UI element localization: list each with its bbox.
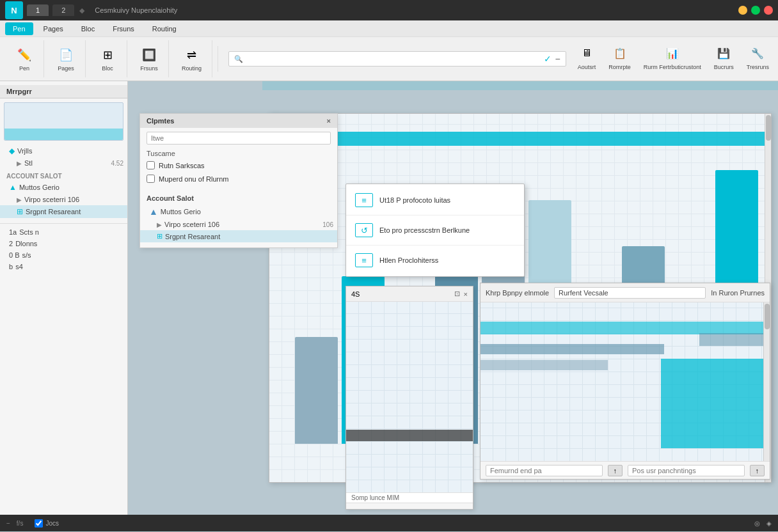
- status-checkbox[interactable]: [35, 519, 43, 528]
- tree-item-1[interactable]: ◆ Vrjlls: [0, 145, 127, 157]
- tool-pen[interactable]: ✏️ Pen: [10, 43, 38, 74]
- ribbon: Pen Pages Bloc Frsuns Routing ✏️ Pen 📄 P…: [0, 20, 778, 81]
- triangle-icon: ▲: [9, 183, 17, 192]
- checkbox-muperd-input[interactable]: [147, 175, 155, 183]
- toolbar-input[interactable]: Rurfent Vecsale: [554, 287, 706, 299]
- overlay-item-1[interactable]: ▲ Muttos Gerio: [140, 205, 337, 219]
- tree-item-virpo[interactable]: ▶ Virpo sceterri 106: [0, 194, 127, 205]
- tab-pages[interactable]: Pages: [36, 22, 71, 35]
- detail-toolbar-item-0: Khrp Bpnpy elnmole: [486, 289, 549, 297]
- arrow-1: ▶: [17, 160, 22, 167]
- ribbon-right-buttons: 🖥 Aoutsrt 📋 Romrpte 📊 Rurm Fertrbuticrus…: [574, 45, 773, 72]
- bottom-num-3: 0 B: [9, 251, 20, 259]
- tree-item-2[interactable]: ▶ Stl 4.52: [0, 157, 127, 169]
- status-checkbox-area[interactable]: Jocs: [35, 519, 59, 528]
- triangle-blue-icon: ▲: [149, 207, 158, 217]
- bottom-section: 1a Scts n 2 Dlonns 0 B s/s b s4: [0, 223, 127, 272]
- muttos-label: Muttos Gerio: [19, 184, 60, 191]
- tree-item-srgpnt[interactable]: ⊞ Srgpnt Resareant: [0, 205, 127, 218]
- detail-scrollbar[interactable]: [763, 302, 770, 461]
- icon-menu-item-0[interactable]: ≡ Ut18 P profocoto luitas: [346, 188, 524, 212]
- scrollbar-thumb[interactable]: [766, 115, 771, 141]
- icon-menu-item-2[interactable]: ≡ Htlen Proclohiterss: [346, 248, 524, 272]
- ribbon-group-bloc: ⊞ Bloc: [88, 40, 127, 77]
- frsuns-label: Frsuns: [140, 65, 158, 72]
- close-button[interactable]: [764, 6, 773, 15]
- mini-canvas: [4, 102, 123, 141]
- menu-icon-1: ↺: [355, 223, 373, 237]
- footer-input-2[interactable]: [628, 465, 745, 476]
- tab-bloc[interactable]: Bloc: [74, 22, 102, 35]
- overlay-close-icon[interactable]: ×: [327, 117, 331, 125]
- search-icon: 🔍: [234, 55, 243, 63]
- pages-label: Pages: [58, 65, 74, 72]
- footer-btn-2[interactable]: ↑: [750, 465, 765, 476]
- virpo-label: Virpo sceterri 106: [24, 196, 79, 203]
- bloc-label: Bloc: [102, 65, 113, 72]
- btn-aoutsrt[interactable]: 🖥 Aoutsrt: [574, 45, 600, 72]
- btn-rurm[interactable]: 📊 Rurm Fertrbuticrustont: [640, 45, 705, 72]
- ribbon-separator: [218, 46, 218, 72]
- sub-panel-teal-bar: [346, 430, 473, 441]
- context-search-input[interactable]: [147, 132, 331, 145]
- detail-scrollbar-thumb[interactable]: [765, 304, 770, 329]
- app-title: Cesmkuivy Nupenclaiohity: [95, 6, 177, 14]
- tab-2[interactable]: 2: [52, 4, 74, 16]
- ribbon-group-routing: ⇌ Routing: [171, 40, 212, 77]
- checkbox-rutn[interactable]: Rutn Sarkscas: [140, 159, 337, 172]
- tab-1[interactable]: 1: [27, 4, 49, 16]
- tree-item-muttos[interactable]: ▲ Muttos Gerio: [0, 181, 127, 194]
- icon-menu-divider-1: [346, 215, 524, 215]
- tab-frsuns[interactable]: Frsuns: [105, 22, 142, 35]
- bottom-item-1[interactable]: 1a Scts n: [0, 226, 127, 238]
- btn-bucrurs[interactable]: 💾 Bucrurs: [710, 45, 738, 72]
- status-icon-left: −: [6, 520, 10, 527]
- bottom-item-2[interactable]: 2 Dlonns: [0, 238, 127, 249]
- search-bar[interactable]: 🔍 ✓ −: [228, 51, 566, 66]
- checkbox-rutn-input[interactable]: [147, 161, 155, 169]
- tab-pen[interactable]: Pen: [5, 22, 33, 35]
- detail-chart-area[interactable]: [480, 302, 763, 461]
- overlay-item-3[interactable]: ⊞ Srgpnt Resareant: [140, 230, 337, 242]
- status-bar: − f/s Jocs ◎ ◈: [0, 515, 778, 531]
- window-controls: [738, 6, 773, 15]
- sub-panel-expand-icon[interactable]: ⊡: [454, 290, 460, 298]
- routing-icon: ⇌: [183, 46, 201, 64]
- icon-menu-label-1: Eto pro prcesscstrn Berlkune: [379, 226, 470, 234]
- srgpnt-label: Srgpnt Resareant: [26, 208, 81, 215]
- btn-romrpte[interactable]: 📋 Romrpte: [605, 45, 635, 72]
- sub-panel: 4S ⊡ × Somp lunce MIM Otvrn: [345, 286, 473, 510]
- footer-input-1[interactable]: [486, 465, 603, 476]
- status-icon-2: ◈: [766, 520, 772, 527]
- icon-menu-item-1[interactable]: ↺ Eto pro prcesscstrn Berlkune: [346, 218, 524, 242]
- bottom-item-3[interactable]: 0 B s/s: [0, 249, 127, 261]
- tool-bloc[interactable]: ⊞ Bloc: [93, 43, 122, 74]
- rurm-icon: 📊: [665, 47, 680, 63]
- rurm-label: Rurm Fertrbuticrustont: [644, 64, 701, 70]
- maximize-button[interactable]: [751, 6, 760, 15]
- sub-panel-close-icon[interactable]: ×: [464, 290, 468, 298]
- menu-icon-0: ≡: [355, 193, 373, 207]
- status-checkbox-label: Jocs: [45, 520, 59, 527]
- routing-label: Routing: [182, 65, 202, 72]
- bottom-num-2: 2: [9, 240, 13, 247]
- tool-routing[interactable]: ⇌ Routing: [177, 43, 207, 74]
- pages-icon: 📄: [57, 46, 75, 64]
- bottom-item-4[interactable]: b s4: [0, 261, 127, 272]
- minimize-button[interactable]: [738, 6, 747, 15]
- footer-btn-1[interactable]: ↑: [608, 465, 623, 476]
- tool-pages[interactable]: 📄 Pages: [52, 43, 80, 74]
- sub-panel-body[interactable]: [346, 302, 473, 492]
- checkbox-muperd[interactable]: Muperd onu of Rlurnm: [140, 172, 337, 185]
- detail-toolbar-item-2: In Ruron Prurnes: [711, 289, 765, 297]
- icon-menu: ≡ Ut18 P profocoto luitas ↺ Eto pro prce…: [345, 184, 525, 277]
- btn-tresruns[interactable]: 🔧 Tresruns: [743, 45, 773, 72]
- search-input[interactable]: [246, 55, 544, 63]
- tab-routing[interactable]: Routing: [145, 22, 184, 35]
- bucrurs-label: Bucrurs: [714, 64, 734, 70]
- main-area: Mrrpgrr ◆ Vrjlls ▶ Stl 4.52 Account Salo…: [0, 81, 778, 515]
- tool-frsuns[interactable]: 🔲 Frsuns: [135, 43, 163, 74]
- romrpte-label: Romrpte: [608, 64, 631, 70]
- romrpte-icon: 📋: [612, 47, 628, 63]
- overlay-item-2[interactable]: ▶ Virpo sceterri 106 106: [140, 219, 337, 230]
